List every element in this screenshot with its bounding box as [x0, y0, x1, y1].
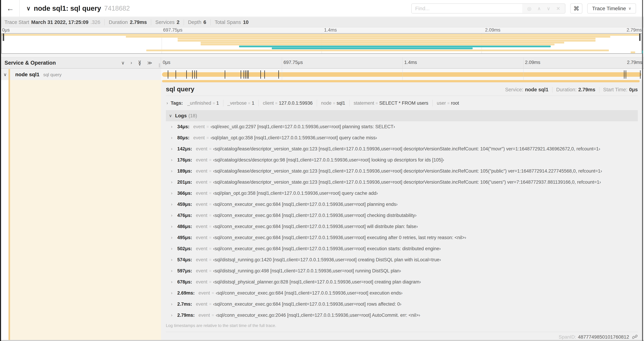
log-marker-tick[interactable]: [640, 70, 640, 79]
log-expander-icon[interactable]: ›: [171, 169, 177, 173]
keyboard-shortcuts-button[interactable]: ⌘: [570, 4, 582, 14]
tree-toggle-icons: ∨ › ∨∨ ≫: [121, 57, 152, 68]
log-expander-icon[interactable]: ›: [171, 291, 177, 295]
span-operation-name: sql query: [43, 72, 62, 78]
log-marker-tick[interactable]: [626, 70, 626, 79]
log-field-key: event: [196, 246, 208, 251]
log-expander-icon[interactable]: ›: [171, 213, 177, 218]
tag-key: _verbose: [228, 101, 247, 106]
log-expander-icon[interactable]: ›: [171, 224, 177, 229]
log-expander-icon[interactable]: ›: [171, 158, 177, 162]
log-expander-icon[interactable]: ›: [171, 136, 177, 140]
log-expander-icon[interactable]: ›: [171, 191, 177, 196]
log-expander-icon[interactable]: ›: [171, 302, 177, 306]
log-marker-tick[interactable]: [225, 70, 225, 79]
log-entry-row[interactable]: ›486μs:event=‹sql/conn_executor_exec.go:…: [166, 221, 638, 232]
log-entry-row[interactable]: ›597μs:event=‹sql/distsql_running.go:498…: [166, 265, 638, 276]
log-marker-tick[interactable]: [244, 70, 244, 79]
tags-row[interactable]: › Tags: _unfinished=1_verbose=1client=12…: [166, 99, 638, 108]
log-marker-tick[interactable]: [624, 70, 624, 79]
log-expander-icon[interactable]: ›: [171, 180, 177, 185]
log-field-key: event: [196, 202, 208, 207]
log-expander-icon[interactable]: ›: [171, 246, 177, 251]
log-marker-tick[interactable]: [168, 70, 168, 79]
collapse-all-icon[interactable]: ∨∨: [138, 61, 142, 65]
log-marker-tick[interactable]: [194, 70, 195, 79]
log-entry-row[interactable]: ›176μs:event=‹sql/catalog/descs/descript…: [166, 154, 638, 165]
log-entry-row[interactable]: ›34μs:event=‹sql/exec_util.go:2297 [nsql…: [166, 121, 638, 132]
log-expander-icon[interactable]: ›: [171, 235, 177, 240]
span-service-name: node sql1: [15, 72, 40, 78]
log-entry-row[interactable]: ›201μs:event=‹sql/catalog/lease/descript…: [166, 177, 638, 188]
logs-accordion-header[interactable]: ∨ Logs (18): [166, 110, 638, 121]
span-expander-icon[interactable]: ∨: [4, 72, 9, 77]
log-marker-tick[interactable]: [241, 70, 241, 79]
meta-value: 2.79ms: [130, 20, 147, 25]
log-marker-tick[interactable]: [247, 70, 248, 79]
log-entry-row[interactable]: ›459μs:event=‹sql/conn_executor_exec.go:…: [166, 199, 638, 210]
log-timestamp: 176μs:: [177, 157, 192, 163]
minimap-left-scrubber[interactable]: [3, 34, 4, 41]
equals-sign: =: [206, 136, 209, 140]
back-button[interactable]: ←: [1, 0, 20, 17]
expand-all-icon[interactable]: ≫: [147, 60, 152, 66]
log-marker-tick[interactable]: [278, 70, 279, 79]
log-timestamp: 486μs:: [177, 224, 192, 229]
log-entry-row[interactable]: ›476μs:event=‹sql/conn_executor_exec.go:…: [166, 210, 638, 221]
log-entry-row[interactable]: ›189μs:event=‹sql/catalog/lease/descript…: [166, 165, 638, 177]
log-entry-row[interactable]: ›2.79ms:event=‹sql/conn_executor_exec.go…: [166, 310, 638, 321]
log-entry-row[interactable]: ›2.69ms:event=‹sql/conn_executor_exec.go…: [166, 287, 638, 298]
tags-expander-icon[interactable]: ›: [166, 101, 168, 106]
log-marker-tick[interactable]: [192, 70, 193, 79]
span-table-header: Service & Operation ∨ › ∨∨ ≫ ∥ 0μs697.75…: [0, 57, 644, 69]
log-timestamp: 495μs:: [177, 235, 192, 240]
prev-match-icon[interactable]: ∧: [537, 6, 541, 12]
log-expander-icon[interactable]: ›: [171, 124, 177, 129]
deep-link-icon[interactable]: [632, 334, 638, 340]
log-entry-row[interactable]: ›574μs:event=‹sql/distsql_running.go:142…: [166, 254, 638, 265]
column-resize-grip[interactable]: ∥: [158, 63, 160, 68]
log-marker-tick[interactable]: [264, 70, 265, 79]
log-expander-icon[interactable]: ›: [171, 313, 177, 318]
log-timestamp: 502μs:: [177, 246, 192, 251]
minimap-right-scrubber[interactable]: [639, 34, 640, 41]
timeline-minimap[interactable]: [2, 33, 642, 54]
focus-match-icon[interactable]: ◎: [527, 6, 531, 12]
log-marker-tick[interactable]: [186, 70, 187, 79]
log-expander-icon[interactable]: ›: [171, 269, 177, 273]
log-entry-row[interactable]: ›366μs:event=‹sql/plan_opt.go:358 [nsql1…: [166, 188, 638, 199]
detail-meta-value: 2.79ms: [578, 87, 595, 93]
tags-label: Tags:: [171, 101, 183, 106]
minimap-span-bar: [272, 48, 473, 49]
clear-find-icon[interactable]: ✕: [556, 6, 560, 12]
collapse-trace-icon[interactable]: ∨: [26, 5, 31, 12]
log-entry-row[interactable]: ›2.7ms:event=‹sql/conn_executor_exec.go:…: [166, 298, 638, 310]
tag-value: sql1: [336, 101, 345, 106]
log-expander-icon[interactable]: ›: [171, 280, 177, 284]
log-entry-row[interactable]: ›678μs:event=‹sql/distsql_physical_plann…: [166, 276, 638, 287]
log-marker-tick[interactable]: [196, 70, 197, 79]
log-marker-tick[interactable]: [245, 70, 246, 79]
span-duration-bar[interactable]: [162, 72, 641, 77]
expand-one-icon[interactable]: ›: [130, 60, 132, 66]
log-entry-row[interactable]: ›502μs:event=‹sql/conn_executor_exec.go:…: [166, 243, 638, 254]
log-entry-row[interactable]: ›80μs:event=‹sql/plan_opt.go:358 [nsql1,…: [166, 132, 638, 143]
collapse-one-icon[interactable]: ∨: [121, 60, 125, 66]
log-expander-icon[interactable]: ›: [171, 257, 177, 262]
find-input[interactable]: [412, 4, 522, 13]
log-marker-tick[interactable]: [248, 70, 248, 79]
trace-meta-item: Services2: [155, 20, 179, 25]
trace-view-selector[interactable]: Trace Timeline ∨: [587, 4, 636, 14]
log-marker-tick[interactable]: [176, 70, 176, 79]
span-row-timeline[interactable]: [161, 69, 644, 80]
log-entry-row[interactable]: ›495μs:event=‹sql/conn_executor_exec.go:…: [166, 232, 638, 243]
log-marker-tick[interactable]: [260, 70, 261, 79]
span-row[interactable]: ∨ node sql1 sql query: [0, 69, 644, 80]
log-expander-icon[interactable]: ›: [171, 202, 177, 207]
next-match-icon[interactable]: ∨: [547, 6, 550, 12]
equals-sign: =: [212, 313, 214, 318]
log-expander-icon[interactable]: ›: [171, 147, 177, 151]
log-entry-row[interactable]: ›142μs:event=‹sql/catalog/lease/descript…: [166, 143, 638, 154]
ruler-tick-label: 0μs: [163, 60, 170, 65]
ruler-tick-label: 697.75μs: [163, 27, 182, 33]
